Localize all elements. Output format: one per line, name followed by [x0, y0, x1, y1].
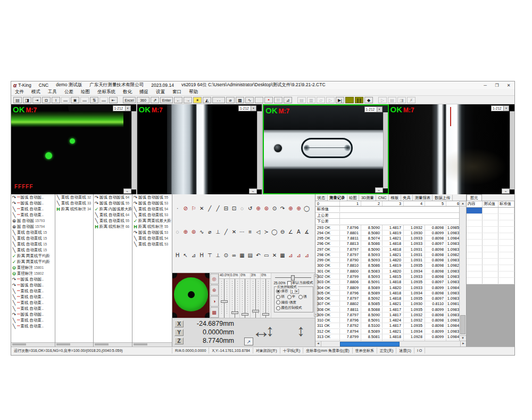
close-button[interactable]: ✕: [503, 82, 514, 89]
palette-tool-icon[interactable]: ↶: [254, 252, 262, 258]
palette-tool-icon[interactable]: ▤: [246, 252, 254, 258]
light-slider-2[interactable]: 0.0%: [230, 273, 240, 318]
list-item[interactable]: ╲直线自动直线15: [11, 241, 55, 247]
palette-tool-icon[interactable]: ◌: [173, 229, 181, 235]
tab-fixture[interactable]: 夹具: [401, 195, 413, 201]
table-row[interactable]: 293 OK7.87968.50901.48171.09320.80981.09…: [315, 225, 466, 230]
step-button[interactable]: ⇤: [109, 97, 118, 103]
slider-thumb[interactable]: [242, 313, 248, 316]
palette-tool-icon[interactable]: ╱: [222, 229, 230, 235]
save-radio[interactable]: [276, 289, 280, 293]
scroll-down-icon[interactable]: ▼: [460, 335, 466, 341]
palette-tool-icon[interactable]: ⊟: [222, 205, 230, 211]
list-item[interactable]: ↷***圆弧自动圆..: [11, 194, 55, 200]
palette-tool-icon[interactable]: ↺: [246, 205, 254, 211]
detail-row[interactable]: [467, 271, 514, 278]
palette-tool-icon[interactable]: ▦: [278, 252, 286, 258]
palette-tool-icon[interactable]: H: [198, 252, 206, 258]
list-item[interactable]: ✓距离内圆弧最大距: [94, 206, 132, 212]
detail-row[interactable]: [467, 240, 514, 246]
pause-button[interactable]: [355, 97, 363, 103]
palette-tool-icon[interactable]: ⊥: [214, 252, 222, 258]
detail-row[interactable]: [467, 214, 514, 220]
table-row[interactable]: 299 OK7.87908.50931.48201.09310.80981.09…: [315, 258, 466, 263]
stage-move-button[interactable]: ⇥: [32, 97, 41, 103]
palette-tool-icon[interactable]: ⊡: [230, 205, 238, 211]
palette-tool-icon[interactable]: ∞: [230, 252, 238, 258]
table-row[interactable]: 294 OK7.88018.50801.48191.09300.80991.09…: [315, 230, 466, 236]
scroll-right-icon[interactable]: ►: [460, 341, 466, 347]
menu-settings[interactable]: 设置: [152, 89, 169, 95]
list-item[interactable]: ╲直线自动直线15: [11, 235, 55, 241]
light-mode-button-4[interactable]: ▩: [210, 307, 219, 318]
palette-tool-icon[interactable]: ·: [173, 205, 181, 211]
jog-z-icon[interactable]: ↕: [297, 318, 305, 343]
list-item[interactable]: ╲***直线自动直..: [11, 323, 55, 329]
play-button[interactable]: ▷: [326, 97, 335, 103]
list-item[interactable]: ↷***圆弧自动圆..: [11, 276, 55, 282]
slider-thumb[interactable]: [291, 275, 295, 281]
curve-button[interactable]: ∿: [245, 97, 254, 103]
table-row[interactable]: 300 OK7.88108.50861.48191.09350.80981.09…: [315, 263, 466, 268]
excel-export-button[interactable]: Excel: [123, 97, 136, 103]
palette-tool-icon[interactable]: ⊿: [303, 252, 311, 258]
palette-tool-icon[interactable]: ◯: [270, 229, 278, 235]
palette-tool-icon[interactable]: ∠: [287, 229, 295, 235]
tab-template[interactable]: 模板: [389, 195, 401, 201]
palette-tool-icon[interactable]: ◁: [254, 229, 262, 235]
camera-pan-icon[interactable]: ⌁: [249, 188, 257, 194]
palette-tool-icon[interactable]: ⊕: [295, 205, 303, 211]
camera-viewport-1[interactable]: FFFFF OKM:7 1-212▾ ⌁: [11, 104, 137, 194]
list-scrollbar[interactable]: [11, 342, 55, 347]
palette-tool-icon[interactable]: ⊕: [181, 229, 189, 235]
detail-row[interactable]: [467, 233, 514, 240]
threshold-radio[interactable]: [276, 300, 280, 304]
camera-viewport-3-selected[interactable]: OKM:7 1-212▾ ⌁: [263, 104, 389, 194]
palette-tool-icon[interactable]: ▦: [238, 252, 246, 258]
palette-tool-icon[interactable]: ◌: [238, 205, 246, 211]
list-item[interactable]: ↷圆弧自动圆弧55: [132, 194, 172, 200]
camera-pan-icon[interactable]: ⌁: [123, 188, 131, 194]
palette-tool-icon[interactable]: ⊙: [222, 252, 230, 258]
list-item[interactable]: ↷***圆弧自动圆..: [11, 282, 55, 288]
detail-row[interactable]: [467, 208, 514, 214]
list-item[interactable]: ↷***圆弧自动圆..: [11, 311, 55, 317]
camera-range-select[interactable]: 1-212▾: [113, 105, 131, 111]
camera-range-select[interactable]: 1-212▾: [364, 106, 383, 112]
palette-tool-icon[interactable]: ▭: [262, 252, 270, 258]
folder-button[interactable]: ▱: [317, 97, 325, 103]
list-item[interactable]: ╲***直线自动直..: [11, 288, 55, 294]
probe-b-button[interactable]: ◙: [71, 97, 79, 103]
list-item[interactable]: ╲直线自动直线15: [11, 229, 55, 235]
detail-row[interactable]: [467, 259, 514, 265]
level-radio-弱[interactable]: 弱: [276, 294, 285, 299]
list-item[interactable]: ╲直线自动直线54: [132, 235, 172, 241]
scroll-left-icon[interactable]: ◄: [315, 341, 321, 347]
palette-tool-icon[interactable]: ⊤: [206, 252, 214, 258]
jog-arrows[interactable]: ↔ ↕ ↕: [252, 319, 313, 344]
list-item[interactable]: ⊖直径标注15802: [11, 270, 55, 276]
list-item[interactable]: ↷圆弧自动圆弧64: [94, 194, 132, 200]
camera-viewport-4[interactable]: OKM:7 1-212▾ ⌁: [389, 104, 515, 194]
palette-tool-icon[interactable]: ≻: [262, 229, 270, 235]
table-row[interactable]: 296 OK7.88138.50861.48181.09330.80971.09…: [315, 241, 466, 246]
annotate-button[interactable]: ⇗: [151, 97, 159, 103]
palette-tool-icon[interactable]: ↖: [181, 252, 189, 258]
list-scrollbar[interactable]: [55, 342, 93, 347]
palette-tool-icon[interactable]: ◯: [303, 205, 311, 211]
slider-thumb[interactable]: [262, 313, 269, 316]
slider-track[interactable]: [219, 279, 229, 318]
edge-tool-button[interactable]: I: [52, 97, 60, 103]
menu-window[interactable]: 窗口: [169, 89, 185, 95]
slider-track[interactable]: [240, 279, 250, 318]
palette-tool-icon[interactable]: ⊘: [181, 205, 189, 211]
list-item[interactable]: ╲***直线自动直..: [11, 206, 55, 212]
play-to-end-button[interactable]: ▶|: [336, 97, 344, 103]
chart-button[interactable]: ⊿: [284, 97, 292, 103]
palette-tool-icon[interactable]: ⚐: [189, 205, 197, 211]
palette-tool-icon[interactable]: ∡: [303, 229, 311, 235]
list-scrollbar[interactable]: [94, 342, 132, 347]
list-item[interactable]: H距离线性标注66: [94, 224, 132, 229]
table-row[interactable]: 295 OK7.88118.50741.48211.09330.80981.09…: [315, 236, 466, 241]
open-file-button[interactable]: ◨: [23, 97, 31, 103]
